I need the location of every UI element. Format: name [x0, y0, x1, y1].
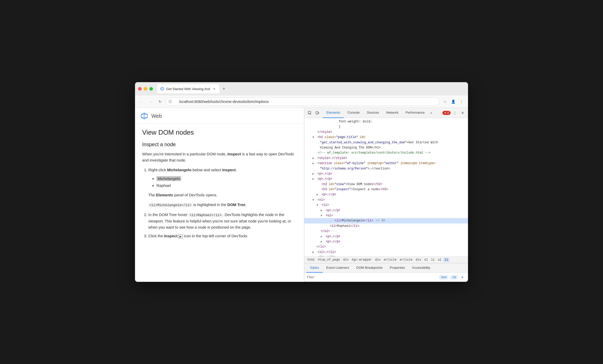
triangle-icon[interactable] [321, 240, 324, 244]
device-toolbar-button[interactable] [314, 110, 321, 116]
reload-button[interactable]: ↻ [157, 98, 164, 105]
bookmark-button[interactable]: ☆ [441, 98, 449, 105]
profile-button[interactable]: 👤 [450, 98, 457, 105]
filter-actions: :hov .cls + [439, 274, 465, 280]
tab-properties[interactable]: Properties [386, 263, 409, 273]
devtools-panel: Elements Console Sources Network Perform… [304, 108, 468, 282]
tab-network[interactable]: Network [383, 108, 402, 118]
dom-line: <ul> [304, 213, 468, 218]
menu-button[interactable]: ⋮ [458, 98, 465, 105]
tab-close-button[interactable]: ✕ [212, 87, 216, 91]
dom-line: <h1 class="page-title" id= [304, 135, 468, 140]
triangle-icon[interactable] [313, 177, 316, 181]
sublist-item-michelangelo: Michelangelo [157, 175, 297, 182]
tab-elements[interactable]: Elements [323, 108, 344, 118]
triangle-icon[interactable] [317, 192, 320, 197]
triangle-icon[interactable] [313, 172, 316, 176]
breadcrumb-top-of-page[interactable]: #top_of_page [317, 258, 341, 262]
tab-event-listeners[interactable]: Event Listeners [323, 263, 353, 273]
dom-line: <li>Raphael</li> [304, 223, 468, 229]
back-button[interactable]: ← [138, 98, 145, 105]
breadcrumb-div-3[interactable]: div [415, 258, 422, 262]
traffic-lights [138, 87, 153, 91]
triangle-icon[interactable] [313, 198, 316, 202]
error-badge[interactable]: ✕ 6 [442, 111, 451, 115]
list-item-1: Right-click Michelangelo below and selec… [148, 167, 297, 208]
devtools-close-button[interactable]: ✕ [459, 110, 466, 116]
breadcrumb-html[interactable]: html [306, 258, 316, 262]
dom-breadcrumb: html #top_of_page div #gc-wrapper div ar… [304, 256, 468, 263]
dom-line: <p>…</p> [304, 192, 468, 197]
dom-line: <style>…</style> [304, 156, 468, 161]
breadcrumb-li-1[interactable]: li [430, 258, 436, 262]
address-input[interactable]: ⓘ localhost:8080/web/tools/chrome-devtoo… [166, 98, 439, 106]
dom-line-selected[interactable]: … <li>Michelangelo</li> == $0 [304, 218, 468, 223]
breadcrumb-ul[interactable]: ul [437, 258, 442, 262]
dom-line: Viewing And Changing The DOM</h1> [304, 145, 468, 150]
content-area: Web View DOM nodes Inspect a node When y… [135, 108, 468, 282]
elements-panel-note: The Elements panel of DevTools opens. [148, 192, 297, 198]
dom-line: "get_started_with_viewing_and_changing_t… [304, 140, 468, 145]
maximize-window-button[interactable] [149, 87, 153, 91]
triangle-icon[interactable] [321, 234, 324, 239]
triangle-icon[interactable] [321, 208, 324, 213]
site-name: Web [151, 113, 162, 119]
tab-accessibility[interactable]: Accessibility [409, 263, 434, 273]
devtools-toolbar: Elements Console Sources Network Perform… [304, 108, 468, 118]
dom-line: <li>…</li> [304, 255, 468, 256]
triangle-icon[interactable] [313, 250, 316, 254]
tab-performance[interactable]: Performance [402, 108, 428, 118]
devtools-settings-button[interactable]: ⋮ [452, 110, 458, 116]
devtools-more-tabs-button[interactable]: » [428, 111, 434, 115]
toolbar-right: ☆ 👤 ⋮ [441, 98, 465, 105]
dom-line: <!-- wf_template: src/templates/contribu… [304, 150, 468, 155]
dom-line: <li> [304, 202, 468, 208]
devtools-right-toolbar: ✕ 6 ⋮ ✕ [442, 110, 466, 116]
styles-filter-input[interactable] [307, 275, 436, 279]
close-window-button[interactable] [138, 87, 142, 91]
new-tab-button[interactable]: + [220, 85, 227, 92]
dom-line: <h2 id="view">View DOM nodes</h2> [304, 182, 468, 187]
devtools-bottom-tabs: Styles Event Listeners DOM Breakpoints P… [304, 263, 468, 273]
tab-favicon-icon [160, 87, 164, 91]
triangle-icon[interactable] [313, 156, 316, 160]
dom-line: <p>…</p> [304, 176, 468, 181]
breadcrumb-gc-wrapper[interactable]: #gc-wrapper [351, 258, 373, 262]
page-heading-view-dom: View DOM nodes [142, 129, 297, 136]
highlighted-note: <li>Michelangelo</li> is highlighted in … [148, 202, 297, 208]
page-paragraph-intro: When you're interested in a particular D… [142, 151, 297, 163]
dom-line: <h3 id="inspect">Inspect a node</h3> [304, 187, 468, 192]
breadcrumb-div-2[interactable]: div [374, 258, 382, 262]
dom-line: <ol> [304, 197, 468, 202]
forward-button[interactable]: → [147, 98, 154, 105]
triangle-icon[interactable] [321, 213, 324, 218]
tab-sources[interactable]: Sources [363, 108, 383, 118]
page-heading-inspect: Inspect a node [142, 142, 297, 147]
triangle-icon[interactable] [317, 203, 320, 207]
error-count: 6 [447, 111, 449, 115]
devtools-tabs: Elements Console Sources Network Perform… [323, 108, 441, 118]
filter-hov-button[interactable]: :hov [439, 275, 449, 280]
ellipsis-marker: … [330, 219, 331, 222]
breadcrumb-div-1[interactable]: div [342, 258, 350, 262]
minimize-window-button[interactable] [144, 87, 147, 91]
triangle-icon[interactable] [313, 161, 316, 166]
filter-cls-button[interactable]: .cls [450, 275, 458, 280]
breadcrumb-li-2[interactable]: li [443, 258, 449, 262]
dom-line: <p>…</p> [304, 208, 468, 213]
filter-add-button[interactable]: + [459, 274, 465, 280]
tab-styles[interactable]: Styles [306, 263, 323, 273]
tab-console[interactable]: Console [344, 108, 363, 118]
breadcrumb-article-1[interactable]: article [383, 258, 398, 262]
dom-line: </li> [304, 244, 468, 249]
address-bar: ← → ↻ ⓘ localhost:8080/web/tools/chrome-… [135, 95, 468, 108]
page-body: View DOM nodes Inspect a node When you'r… [135, 123, 304, 247]
dom-tree[interactable]: font-weight: bold; } </style> <h1 class=… [304, 118, 468, 256]
triangle-icon[interactable] [313, 135, 316, 140]
breadcrumb-ol[interactable]: ol [423, 258, 429, 262]
breadcrumb-article-2[interactable]: article [399, 258, 413, 262]
browser-tab-active[interactable]: Get Started With Viewing And ✕ [157, 84, 219, 93]
inspect-element-button[interactable] [306, 110, 313, 116]
page-ordered-list: Right-click Michelangelo below and selec… [142, 167, 297, 239]
tab-dom-breakpoints[interactable]: DOM Breakpoints [353, 263, 386, 273]
